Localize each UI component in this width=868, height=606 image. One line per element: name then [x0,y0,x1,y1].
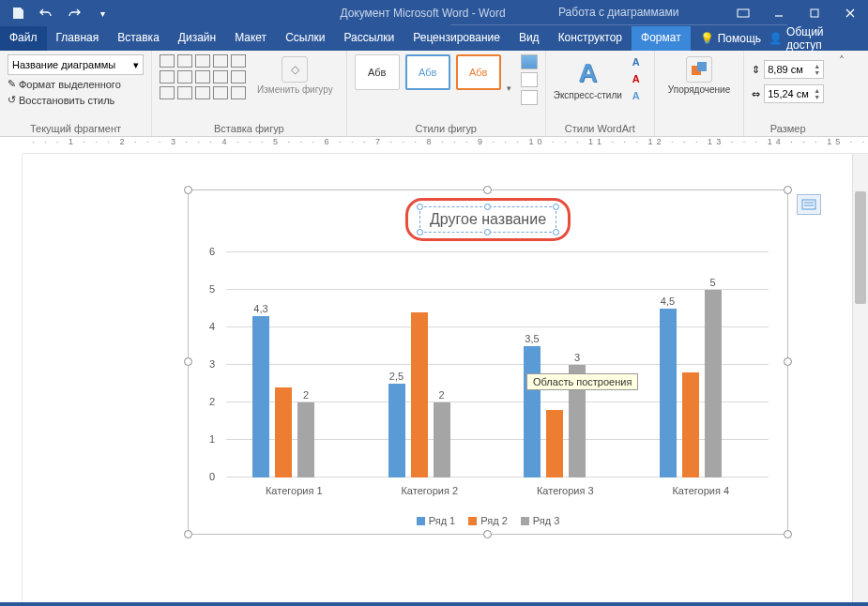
statusbar: Страница 1 из 1 Число слов: 0 📖 русский … [0,602,868,606]
legend-label: Ряд 3 [533,515,560,526]
group-current-selection: Название диаграммы▾ ✎Формат выделенного … [0,51,152,136]
horizontal-ruler[interactable]: · · · 1 · · · 2 · · · 3 · · · 4 · · · 5 … [23,137,868,154]
reset-style-button[interactable]: ↺Восстановить стиль [8,93,144,107]
bar[interactable] [434,402,450,477]
shape-effects-button[interactable] [521,90,538,105]
vertical-ruler[interactable] [0,154,23,602]
workspace: Другое название 01234564,32Категория 12,… [0,154,868,602]
y-tick-label: 3 [209,358,215,370]
shape-outline-button[interactable] [521,72,538,87]
tab-home[interactable]: Главная [47,26,109,51]
undo-icon[interactable] [34,2,58,24]
share-button[interactable]: 👤Общий доступ [769,25,859,52]
tab-mailings[interactable]: Рассылки [334,26,404,51]
category-label: Категория 4 [633,485,769,496]
resize-handle[interactable] [784,186,792,194]
close-icon[interactable] [832,0,868,26]
chart-title-container: Другое название [405,198,571,241]
reset-icon: ↺ [8,94,16,106]
arrange-icon [686,56,712,83]
data-label: 3 [563,352,591,363]
bar[interactable] [682,372,699,477]
tab-review[interactable]: Рецензирование [404,26,510,51]
group-label: Вставка фигур [160,121,339,134]
shape-gallery[interactable] [160,54,246,99]
bar[interactable] [411,312,428,477]
shape-style-3[interactable]: Абв [456,54,501,90]
gallery-more-icon[interactable]: ▾ [507,83,511,93]
bar[interactable] [546,410,563,477]
tab-references[interactable]: Ссылки [276,26,334,51]
chart-element-selector[interactable]: Название диаграммы▾ [8,54,144,75]
resize-handle[interactable] [483,186,492,194]
bar[interactable] [524,346,541,477]
height-field[interactable]: ⇕ 8,89 см▲▼ [752,60,824,79]
group-shape-styles: Абв Абв Абв ▾ Стили фигур [347,51,546,136]
titlebar: ▾ Документ Microsoft Word - Word Работа … [0,0,868,26]
quick-access-toolbar: ▾ [0,2,120,24]
resize-handle[interactable] [784,357,792,366]
shape-style-gallery[interactable]: Абв Абв Абв [355,54,501,90]
tell-me[interactable]: 💡Помощь [700,32,761,45]
chart-title[interactable]: Другое название [430,211,546,227]
maximize-icon[interactable] [797,0,832,26]
group-label: Стили WordArt [554,121,647,134]
tab-design[interactable]: Дизайн [169,26,225,51]
page: Другое название 01234564,32Категория 12,… [81,159,775,582]
format-selection-button[interactable]: ✎Формат выделенного [8,77,144,91]
arrange-button[interactable]: Упорядочение [662,54,736,97]
chevron-down-icon: ▾ [133,59,139,71]
tab-format[interactable]: Формат [632,26,691,51]
group-label [662,121,736,134]
data-label: 2 [428,389,456,401]
legend-swatch [417,517,425,525]
ribbon: Название диаграммы▾ ✎Формат выделенного … [0,51,868,137]
layout-options-icon[interactable] [797,194,821,215]
collapse-ribbon-icon[interactable]: ˄ [831,51,852,136]
legend-item[interactable]: Ряд 2 [468,515,508,526]
horizontal-ruler-row: · · · 1 · · · 2 · · · 3 · · · 4 · · · 5 … [0,137,868,154]
group-label: Размер [752,121,824,134]
redo-icon[interactable] [62,2,86,24]
bar[interactable] [297,402,314,477]
group-wordart-styles: A Экспресс-стили A A A Стили WordArt [546,51,655,136]
legend-item[interactable]: Ряд 1 [417,515,456,526]
resize-handle[interactable] [184,357,192,366]
chart-title-selection[interactable]: Другое название [419,206,556,233]
bar[interactable] [388,384,405,477]
text-outline-button[interactable]: A [626,71,647,86]
width-field[interactable]: ⇔ 15,24 см▲▼ [752,84,824,103]
group-insert-shapes: ◇ Изменить фигуру Вставка фигур [152,51,347,136]
legend-item[interactable]: Ряд 3 [521,515,560,526]
qat-customize-icon[interactable]: ▾ [90,2,114,24]
tab-insert[interactable]: Вставка [108,26,169,51]
resize-handle[interactable] [184,186,192,194]
tab-file[interactable]: Файл [0,26,47,51]
plot-area[interactable]: 01234564,32Категория 12,52Категория 23,5… [226,251,769,477]
save-icon[interactable] [6,2,30,24]
bar[interactable] [705,290,722,477]
shape-fill-button[interactable] [521,54,538,69]
group-label: Текущий фрагмент [8,121,144,134]
shape-style-1[interactable]: Абв [355,54,400,90]
bar[interactable] [252,316,269,477]
vertical-scrollbar[interactable] [852,154,868,602]
text-effects-button[interactable]: A [626,88,647,103]
tab-chart-design[interactable]: Конструктор [549,26,632,51]
shape-style-2[interactable]: Абв [405,54,450,90]
bar[interactable] [275,387,292,477]
wordart-gallery[interactable]: A [578,58,597,88]
resize-handle[interactable] [184,530,192,538]
chart-object[interactable]: Другое название 01234564,32Категория 12,… [188,189,788,535]
y-tick-label: 0 [209,471,215,482]
resize-handle[interactable] [784,530,792,538]
tab-view[interactable]: Вид [510,26,549,51]
legend[interactable]: Ряд 1Ряд 2Ряд 3 [189,515,787,526]
scrollbar-thumb[interactable] [855,191,866,304]
text-fill-button[interactable]: A [626,54,647,69]
document-area[interactable]: Другое название 01234564,32Категория 12,… [23,154,868,602]
tab-layout[interactable]: Макет [225,26,276,51]
resize-handle[interactable] [483,530,492,538]
bar[interactable] [660,309,677,477]
category-label: Категория 2 [362,485,498,496]
